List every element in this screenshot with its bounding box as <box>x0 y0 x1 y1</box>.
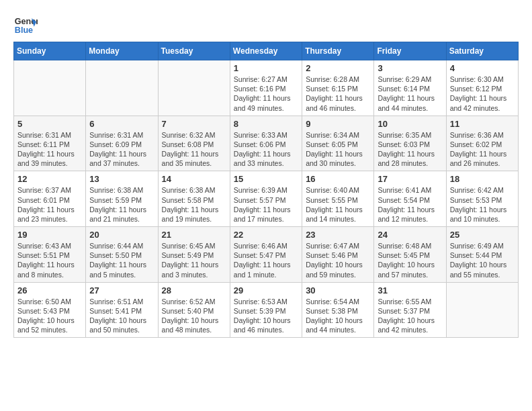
day-cell-25: 25Sunrise: 6:49 AMSunset: 5:44 PMDayligh… <box>446 227 518 283</box>
day-info: Sunrise: 6:38 AMSunset: 5:58 PMDaylight:… <box>162 185 226 224</box>
day-info: Sunrise: 6:30 AMSunset: 6:12 PMDaylight:… <box>450 75 515 113</box>
day-cell-28: 28Sunrise: 6:52 AMSunset: 5:40 PMDayligh… <box>158 282 230 338</box>
day-number: 31 <box>378 285 442 295</box>
day-cell-16: 16Sunrise: 6:40 AMSunset: 5:55 PMDayligh… <box>302 171 374 227</box>
day-cell-31: 31Sunrise: 6:55 AMSunset: 5:37 PMDayligh… <box>374 282 446 338</box>
day-number: 11 <box>450 119 515 129</box>
day-cell-10: 10Sunrise: 6:35 AMSunset: 6:03 PMDayligh… <box>374 116 446 171</box>
day-info: Sunrise: 6:53 AMSunset: 5:39 PMDaylight:… <box>234 297 298 335</box>
day-cell-29: 29Sunrise: 6:53 AMSunset: 5:39 PMDayligh… <box>230 282 302 338</box>
day-info: Sunrise: 6:27 AMSunset: 6:16 PMDaylight:… <box>234 75 298 113</box>
calendar-table: SundayMondayTuesdayWednesdayThursdayFrid… <box>13 42 519 338</box>
day-number: 25 <box>450 230 515 240</box>
day-info: Sunrise: 6:54 AMSunset: 5:38 PMDaylight:… <box>306 297 370 335</box>
day-cell-6: 6Sunrise: 6:31 AMSunset: 6:09 PMDaylight… <box>86 116 158 171</box>
empty-cell <box>86 60 158 116</box>
day-info: Sunrise: 6:47 AMSunset: 5:46 PMDaylight:… <box>306 241 370 279</box>
day-cell-8: 8Sunrise: 6:33 AMSunset: 6:06 PMDaylight… <box>230 116 302 171</box>
day-number: 13 <box>89 174 154 184</box>
day-cell-20: 20Sunrise: 6:44 AMSunset: 5:50 PMDayligh… <box>86 227 158 283</box>
week-row-2: 5Sunrise: 6:31 AMSunset: 6:11 PMDaylight… <box>14 116 519 171</box>
day-info: Sunrise: 6:37 AMSunset: 6:01 PMDaylight:… <box>17 185 82 224</box>
day-cell-1: 1Sunrise: 6:27 AMSunset: 6:16 PMDaylight… <box>230 60 302 116</box>
weekday-header-tuesday: Tuesday <box>158 42 230 60</box>
day-info: Sunrise: 6:41 AMSunset: 5:54 PMDaylight:… <box>378 185 442 224</box>
day-number: 15 <box>234 174 298 184</box>
day-info: Sunrise: 6:39 AMSunset: 5:57 PMDaylight:… <box>234 185 298 224</box>
day-cell-13: 13Sunrise: 6:38 AMSunset: 5:59 PMDayligh… <box>86 171 158 227</box>
day-cell-22: 22Sunrise: 6:46 AMSunset: 5:47 PMDayligh… <box>230 227 302 283</box>
weekday-header-row: SundayMondayTuesdayWednesdayThursdayFrid… <box>14 42 519 60</box>
day-info: Sunrise: 6:42 AMSunset: 5:53 PMDaylight:… <box>450 185 515 224</box>
empty-cell <box>158 60 230 116</box>
day-info: Sunrise: 6:44 AMSunset: 5:50 PMDaylight:… <box>89 241 154 279</box>
weekday-header-saturday: Saturday <box>446 42 518 60</box>
day-number: 7 <box>162 119 226 129</box>
day-info: Sunrise: 6:55 AMSunset: 5:37 PMDaylight:… <box>378 297 442 335</box>
logo-icon: General Blue <box>13 13 38 38</box>
day-number: 27 <box>89 285 154 295</box>
week-row-5: 26Sunrise: 6:50 AMSunset: 5:43 PMDayligh… <box>14 282 519 338</box>
day-info: Sunrise: 6:50 AMSunset: 5:43 PMDaylight:… <box>17 297 82 335</box>
day-cell-18: 18Sunrise: 6:42 AMSunset: 5:53 PMDayligh… <box>446 171 518 227</box>
weekday-header-wednesday: Wednesday <box>230 42 302 60</box>
day-info: Sunrise: 6:36 AMSunset: 6:02 PMDaylight:… <box>450 130 515 169</box>
day-info: Sunrise: 6:28 AMSunset: 6:15 PMDaylight:… <box>306 75 370 113</box>
day-number: 22 <box>234 230 298 240</box>
day-cell-12: 12Sunrise: 6:37 AMSunset: 6:01 PMDayligh… <box>14 171 86 227</box>
day-info: Sunrise: 6:46 AMSunset: 5:47 PMDaylight:… <box>234 241 298 279</box>
week-row-3: 12Sunrise: 6:37 AMSunset: 6:01 PMDayligh… <box>14 171 519 227</box>
day-number: 16 <box>306 174 370 184</box>
svg-text:Blue: Blue <box>15 26 33 35</box>
day-number: 4 <box>450 63 515 73</box>
day-number: 6 <box>89 119 154 129</box>
day-info: Sunrise: 6:32 AMSunset: 6:08 PMDaylight:… <box>162 130 226 169</box>
day-number: 5 <box>17 119 82 129</box>
day-cell-5: 5Sunrise: 6:31 AMSunset: 6:11 PMDaylight… <box>14 116 86 171</box>
empty-cell <box>446 282 518 338</box>
day-cell-26: 26Sunrise: 6:50 AMSunset: 5:43 PMDayligh… <box>14 282 86 338</box>
day-cell-3: 3Sunrise: 6:29 AMSunset: 6:14 PMDaylight… <box>374 60 446 116</box>
weekday-header-sunday: Sunday <box>14 42 86 60</box>
day-number: 2 <box>306 63 370 73</box>
day-info: Sunrise: 6:40 AMSunset: 5:55 PMDaylight:… <box>306 185 370 224</box>
day-number: 26 <box>17 285 82 295</box>
weekday-header-monday: Monday <box>86 42 158 60</box>
day-number: 19 <box>17 230 82 240</box>
empty-cell <box>14 60 86 116</box>
day-number: 30 <box>306 285 370 295</box>
day-cell-24: 24Sunrise: 6:48 AMSunset: 5:45 PMDayligh… <box>374 227 446 283</box>
day-number: 1 <box>234 63 298 73</box>
day-number: 24 <box>378 230 442 240</box>
day-cell-2: 2Sunrise: 6:28 AMSunset: 6:15 PMDaylight… <box>302 60 374 116</box>
day-info: Sunrise: 6:38 AMSunset: 5:59 PMDaylight:… <box>89 185 154 224</box>
day-cell-21: 21Sunrise: 6:45 AMSunset: 5:49 PMDayligh… <box>158 227 230 283</box>
day-cell-17: 17Sunrise: 6:41 AMSunset: 5:54 PMDayligh… <box>374 171 446 227</box>
logo: General Blue <box>13 13 38 38</box>
day-cell-14: 14Sunrise: 6:38 AMSunset: 5:58 PMDayligh… <box>158 171 230 227</box>
day-cell-23: 23Sunrise: 6:47 AMSunset: 5:46 PMDayligh… <box>302 227 374 283</box>
day-cell-7: 7Sunrise: 6:32 AMSunset: 6:08 PMDaylight… <box>158 116 230 171</box>
day-info: Sunrise: 6:45 AMSunset: 5:49 PMDaylight:… <box>162 241 226 279</box>
day-cell-9: 9Sunrise: 6:34 AMSunset: 6:05 PMDaylight… <box>302 116 374 171</box>
day-number: 8 <box>234 119 298 129</box>
day-number: 29 <box>234 285 298 295</box>
day-info: Sunrise: 6:34 AMSunset: 6:05 PMDaylight:… <box>306 130 370 169</box>
day-info: Sunrise: 6:31 AMSunset: 6:09 PMDaylight:… <box>89 130 154 169</box>
week-row-1: 1Sunrise: 6:27 AMSunset: 6:16 PMDaylight… <box>14 60 519 116</box>
day-info: Sunrise: 6:31 AMSunset: 6:11 PMDaylight:… <box>17 130 82 169</box>
day-info: Sunrise: 6:35 AMSunset: 6:03 PMDaylight:… <box>378 130 442 169</box>
day-cell-4: 4Sunrise: 6:30 AMSunset: 6:12 PMDaylight… <box>446 60 518 116</box>
day-number: 18 <box>450 174 515 184</box>
day-cell-27: 27Sunrise: 6:51 AMSunset: 5:41 PMDayligh… <box>86 282 158 338</box>
day-number: 3 <box>378 63 442 73</box>
week-row-4: 19Sunrise: 6:43 AMSunset: 5:51 PMDayligh… <box>14 227 519 283</box>
page-header: General Blue <box>13 13 519 38</box>
day-info: Sunrise: 6:49 AMSunset: 5:44 PMDaylight:… <box>450 241 515 279</box>
day-cell-30: 30Sunrise: 6:54 AMSunset: 5:38 PMDayligh… <box>302 282 374 338</box>
day-number: 21 <box>162 230 226 240</box>
day-number: 10 <box>378 119 442 129</box>
day-number: 17 <box>378 174 442 184</box>
day-cell-11: 11Sunrise: 6:36 AMSunset: 6:02 PMDayligh… <box>446 116 518 171</box>
day-number: 12 <box>17 174 82 184</box>
